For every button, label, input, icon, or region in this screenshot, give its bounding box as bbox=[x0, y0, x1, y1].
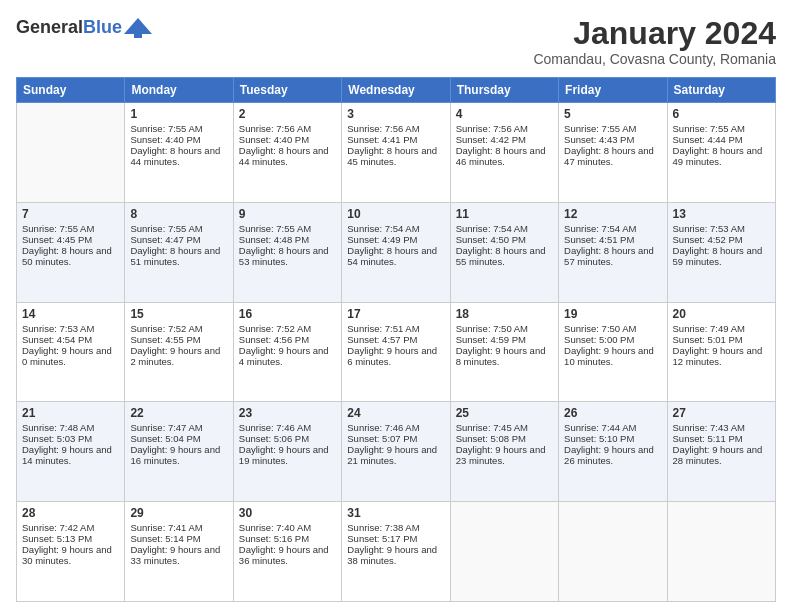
day-number: 22 bbox=[130, 406, 227, 420]
sunset-text: Sunset: 4:52 PM bbox=[673, 234, 770, 245]
day-number: 31 bbox=[347, 506, 444, 520]
day-number: 14 bbox=[22, 307, 119, 321]
day-cell: 31Sunrise: 7:38 AMSunset: 5:17 PMDayligh… bbox=[342, 502, 450, 602]
day-cell: 4Sunrise: 7:56 AMSunset: 4:42 PMDaylight… bbox=[450, 103, 558, 203]
header-day: Tuesday bbox=[233, 78, 341, 103]
day-number: 11 bbox=[456, 207, 553, 221]
sunset-text: Sunset: 4:47 PM bbox=[130, 234, 227, 245]
day-cell bbox=[17, 103, 125, 203]
sunrise-text: Sunrise: 7:54 AM bbox=[456, 223, 553, 234]
sunrise-text: Sunrise: 7:44 AM bbox=[564, 422, 661, 433]
day-number: 20 bbox=[673, 307, 770, 321]
day-number: 26 bbox=[564, 406, 661, 420]
daylight-text: Daylight: 9 hours and 2 minutes. bbox=[130, 345, 227, 367]
day-number: 2 bbox=[239, 107, 336, 121]
day-cell: 18Sunrise: 7:50 AMSunset: 4:59 PMDayligh… bbox=[450, 302, 558, 402]
sunset-text: Sunset: 5:08 PM bbox=[456, 433, 553, 444]
day-number: 4 bbox=[456, 107, 553, 121]
sunset-text: Sunset: 4:40 PM bbox=[239, 134, 336, 145]
sunset-text: Sunset: 4:59 PM bbox=[456, 334, 553, 345]
daylight-text: Daylight: 9 hours and 14 minutes. bbox=[22, 444, 119, 466]
day-cell: 19Sunrise: 7:50 AMSunset: 5:00 PMDayligh… bbox=[559, 302, 667, 402]
header: GeneralBlue January 2024 Comandau, Covas… bbox=[16, 16, 776, 67]
day-cell: 13Sunrise: 7:53 AMSunset: 4:52 PMDayligh… bbox=[667, 202, 775, 302]
subtitle: Comandau, Covasna County, Romania bbox=[533, 51, 776, 67]
day-number: 24 bbox=[347, 406, 444, 420]
day-cell: 29Sunrise: 7:41 AMSunset: 5:14 PMDayligh… bbox=[125, 502, 233, 602]
week-row: 21Sunrise: 7:48 AMSunset: 5:03 PMDayligh… bbox=[17, 402, 776, 502]
daylight-text: Daylight: 8 hours and 49 minutes. bbox=[673, 145, 770, 167]
day-number: 7 bbox=[22, 207, 119, 221]
daylight-text: Daylight: 9 hours and 30 minutes. bbox=[22, 544, 119, 566]
logo-general: GeneralBlue bbox=[16, 17, 122, 38]
sunrise-text: Sunrise: 7:56 AM bbox=[347, 123, 444, 134]
sunset-text: Sunset: 5:13 PM bbox=[22, 533, 119, 544]
sunrise-text: Sunrise: 7:45 AM bbox=[456, 422, 553, 433]
sunset-text: Sunset: 4:57 PM bbox=[347, 334, 444, 345]
day-cell: 28Sunrise: 7:42 AMSunset: 5:13 PMDayligh… bbox=[17, 502, 125, 602]
daylight-text: Daylight: 9 hours and 36 minutes. bbox=[239, 544, 336, 566]
day-number: 21 bbox=[22, 406, 119, 420]
day-number: 3 bbox=[347, 107, 444, 121]
daylight-text: Daylight: 8 hours and 57 minutes. bbox=[564, 245, 661, 267]
week-row: 7Sunrise: 7:55 AMSunset: 4:45 PMDaylight… bbox=[17, 202, 776, 302]
day-cell: 26Sunrise: 7:44 AMSunset: 5:10 PMDayligh… bbox=[559, 402, 667, 502]
daylight-text: Daylight: 9 hours and 33 minutes. bbox=[130, 544, 227, 566]
daylight-text: Daylight: 8 hours and 47 minutes. bbox=[564, 145, 661, 167]
logo-icon bbox=[124, 16, 152, 38]
daylight-text: Daylight: 9 hours and 4 minutes. bbox=[239, 345, 336, 367]
day-cell: 6Sunrise: 7:55 AMSunset: 4:44 PMDaylight… bbox=[667, 103, 775, 203]
day-cell: 5Sunrise: 7:55 AMSunset: 4:43 PMDaylight… bbox=[559, 103, 667, 203]
sunrise-text: Sunrise: 7:55 AM bbox=[130, 123, 227, 134]
sunset-text: Sunset: 4:50 PM bbox=[456, 234, 553, 245]
sunrise-text: Sunrise: 7:52 AM bbox=[130, 323, 227, 334]
sunset-text: Sunset: 4:43 PM bbox=[564, 134, 661, 145]
daylight-text: Daylight: 9 hours and 6 minutes. bbox=[347, 345, 444, 367]
daylight-text: Daylight: 9 hours and 28 minutes. bbox=[673, 444, 770, 466]
sunset-text: Sunset: 4:51 PM bbox=[564, 234, 661, 245]
day-number: 25 bbox=[456, 406, 553, 420]
daylight-text: Daylight: 8 hours and 46 minutes. bbox=[456, 145, 553, 167]
daylight-text: Daylight: 8 hours and 51 minutes. bbox=[130, 245, 227, 267]
sunrise-text: Sunrise: 7:56 AM bbox=[456, 123, 553, 134]
day-cell: 1Sunrise: 7:55 AMSunset: 4:40 PMDaylight… bbox=[125, 103, 233, 203]
day-number: 10 bbox=[347, 207, 444, 221]
daylight-text: Daylight: 8 hours and 50 minutes. bbox=[22, 245, 119, 267]
sunset-text: Sunset: 5:03 PM bbox=[22, 433, 119, 444]
sunset-text: Sunset: 5:04 PM bbox=[130, 433, 227, 444]
sunset-text: Sunset: 5:14 PM bbox=[130, 533, 227, 544]
month-title: January 2024 bbox=[533, 16, 776, 51]
day-cell: 8Sunrise: 7:55 AMSunset: 4:47 PMDaylight… bbox=[125, 202, 233, 302]
day-cell: 16Sunrise: 7:52 AMSunset: 4:56 PMDayligh… bbox=[233, 302, 341, 402]
sunset-text: Sunset: 5:00 PM bbox=[564, 334, 661, 345]
day-cell bbox=[667, 502, 775, 602]
sunrise-text: Sunrise: 7:50 AM bbox=[564, 323, 661, 334]
sunrise-text: Sunrise: 7:46 AM bbox=[239, 422, 336, 433]
day-cell: 30Sunrise: 7:40 AMSunset: 5:16 PMDayligh… bbox=[233, 502, 341, 602]
day-number: 28 bbox=[22, 506, 119, 520]
sunset-text: Sunset: 4:55 PM bbox=[130, 334, 227, 345]
day-cell: 24Sunrise: 7:46 AMSunset: 5:07 PMDayligh… bbox=[342, 402, 450, 502]
header-day: Monday bbox=[125, 78, 233, 103]
day-cell: 7Sunrise: 7:55 AMSunset: 4:45 PMDaylight… bbox=[17, 202, 125, 302]
sunset-text: Sunset: 5:11 PM bbox=[673, 433, 770, 444]
sunrise-text: Sunrise: 7:54 AM bbox=[564, 223, 661, 234]
day-cell: 21Sunrise: 7:48 AMSunset: 5:03 PMDayligh… bbox=[17, 402, 125, 502]
sunset-text: Sunset: 4:54 PM bbox=[22, 334, 119, 345]
daylight-text: Daylight: 8 hours and 53 minutes. bbox=[239, 245, 336, 267]
daylight-text: Daylight: 8 hours and 54 minutes. bbox=[347, 245, 444, 267]
day-cell: 25Sunrise: 7:45 AMSunset: 5:08 PMDayligh… bbox=[450, 402, 558, 502]
sunset-text: Sunset: 4:44 PM bbox=[673, 134, 770, 145]
sunrise-text: Sunrise: 7:50 AM bbox=[456, 323, 553, 334]
day-number: 6 bbox=[673, 107, 770, 121]
sunrise-text: Sunrise: 7:46 AM bbox=[347, 422, 444, 433]
day-cell: 20Sunrise: 7:49 AMSunset: 5:01 PMDayligh… bbox=[667, 302, 775, 402]
sunset-text: Sunset: 4:45 PM bbox=[22, 234, 119, 245]
sunrise-text: Sunrise: 7:55 AM bbox=[564, 123, 661, 134]
day-number: 17 bbox=[347, 307, 444, 321]
day-number: 13 bbox=[673, 207, 770, 221]
sunrise-text: Sunrise: 7:48 AM bbox=[22, 422, 119, 433]
daylight-text: Daylight: 8 hours and 55 minutes. bbox=[456, 245, 553, 267]
daylight-text: Daylight: 9 hours and 38 minutes. bbox=[347, 544, 444, 566]
daylight-text: Daylight: 9 hours and 10 minutes. bbox=[564, 345, 661, 367]
